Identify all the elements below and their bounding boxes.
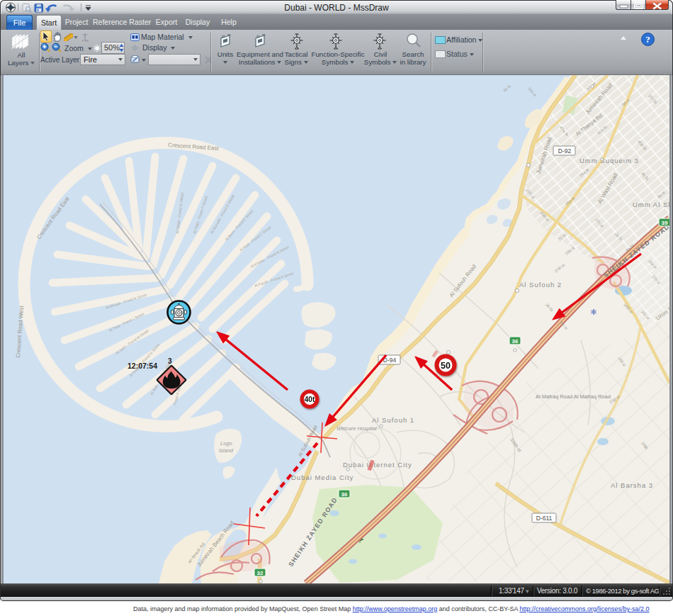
svg-text:40t: 40t [305, 396, 315, 403]
svg-text:39: 39 [662, 220, 668, 226]
svg-text:Island: Island [219, 447, 234, 454]
svg-text:Logo: Logo [220, 440, 232, 447]
svg-text:Al Barsha 3: Al Barsha 3 [611, 481, 653, 489]
svg-text:?: ? [645, 34, 650, 45]
svg-text:Umm Suqueim 3: Umm Suqueim 3 [579, 157, 639, 164]
svg-text:3: 3 [168, 357, 172, 365]
svg-text:12:07:54: 12:07:54 [128, 362, 157, 370]
svg-text:D-92: D-92 [558, 147, 572, 155]
svg-text:36: 36 [512, 338, 519, 345]
svg-text:Dubai Media City: Dubai Media City [291, 474, 354, 481]
svg-text:36: 36 [341, 491, 348, 498]
svg-text:Umm Al Sh: Umm Al Sh [633, 201, 669, 208]
svg-text:Dubai Internet City: Dubai Internet City [343, 461, 412, 469]
svg-text:D-611: D-611 [536, 515, 553, 522]
svg-text:50: 50 [441, 361, 451, 371]
svg-text:Welcare Hospital: Welcare Hospital [336, 425, 377, 432]
svg-text:32: 32 [257, 570, 264, 576]
svg-text:Al Mafraq Road Al Mafraq Road: Al Mafraq Road Al Mafraq Road [536, 393, 611, 400]
svg-text:Al Sufouh 2: Al Sufouh 2 [519, 281, 562, 289]
svg-text:Al Sufouh 1: Al Sufouh 1 [372, 416, 414, 424]
